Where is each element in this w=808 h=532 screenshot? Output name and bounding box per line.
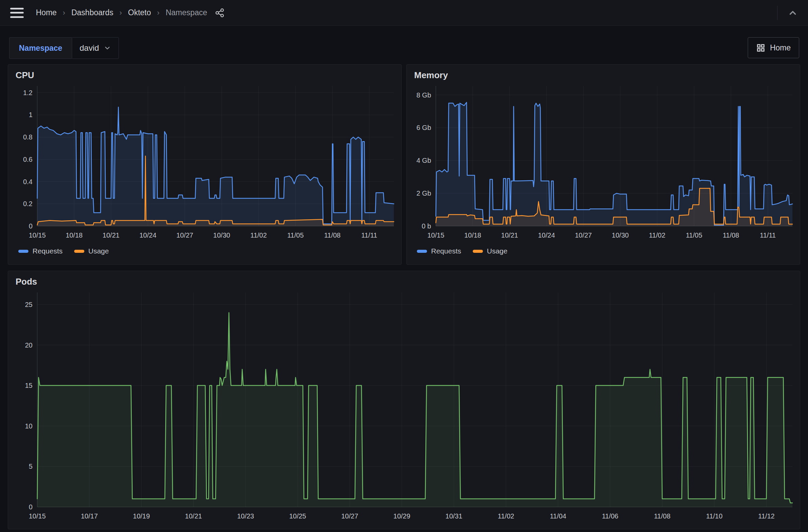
svg-text:15: 15 [25,382,33,389]
svg-text:0.6: 0.6 [23,156,33,163]
grid-icon [756,43,765,53]
svg-text:10/21: 10/21 [501,231,518,239]
top-navigation-bar: Home › Dashboards › Okteto › Namespace [0,0,808,26]
legend-item-usage[interactable]: Usage [74,247,109,255]
breadcrumb-dashboards[interactable]: Dashboards [71,8,113,17]
svg-text:8 Gb: 8 Gb [417,91,431,99]
svg-text:11/11: 11/11 [361,231,377,239]
cpu-legend: Requests Usage [8,246,401,255]
svg-text:4 Gb: 4 Gb [417,157,431,164]
pods-panel-title[interactable]: Pods [8,271,800,288]
svg-text:11/10: 11/10 [706,512,723,520]
svg-text:11/02: 11/02 [498,512,514,520]
memory-legend: Requests Usage [407,246,800,255]
svg-text:11/08: 11/08 [654,512,671,520]
svg-text:10/15: 10/15 [29,231,46,239]
hamburger-menu-icon[interactable] [10,8,24,18]
chevron-down-icon [104,44,111,52]
namespace-variable-label: Namespace [9,37,72,59]
breadcrumb-separator: › [120,8,122,17]
legend-label-requests: Requests [33,247,63,255]
pods-chart[interactable]: 10/1510/1710/1910/2110/2310/2510/2710/29… [12,288,797,527]
home-button-label: Home [770,43,791,53]
svg-text:10/19: 10/19 [133,512,150,520]
svg-text:11/08: 11/08 [723,231,739,239]
legend-item-requests[interactable]: Requests [417,247,461,255]
svg-text:10/15: 10/15 [29,512,46,520]
memory-chart[interactable]: 10/1510/1810/2110/2410/2710/3011/0211/05… [410,81,797,246]
svg-text:11/06: 11/06 [602,512,618,520]
svg-text:20: 20 [25,341,33,349]
svg-text:10/27: 10/27 [341,512,358,520]
svg-text:10/27: 10/27 [177,231,194,239]
svg-text:10/25: 10/25 [289,512,306,520]
svg-text:0: 0 [29,503,33,511]
svg-text:11/05: 11/05 [287,231,304,239]
legend-swatch-usage [74,250,84,253]
svg-text:6 Gb: 6 Gb [417,124,431,131]
memory-panel-title[interactable]: Memory [407,65,800,81]
cpu-panel: CPU 10/1510/1810/2110/2410/2710/3011/021… [8,64,402,265]
svg-text:10/27: 10/27 [575,231,592,239]
svg-text:11/02: 11/02 [649,231,665,239]
svg-text:0: 0 [29,222,33,230]
svg-text:0.4: 0.4 [23,178,33,186]
dashboard-controls-row: Namespace david Home [0,26,808,64]
svg-text:11/08: 11/08 [324,231,341,239]
breadcrumb-separator: › [157,8,160,17]
breadcrumb-namespace-current: Namespace [166,8,207,17]
legend-swatch-requests [417,250,427,253]
svg-text:10/18: 10/18 [66,231,82,239]
memory-panel: Memory 10/1510/1810/2110/2410/2710/3011/… [406,64,800,265]
cpu-panel-title[interactable]: CPU [8,65,401,81]
chevron-up-icon[interactable] [788,8,798,18]
legend-item-usage[interactable]: Usage [473,247,508,255]
breadcrumb-home[interactable]: Home [36,8,57,17]
legend-label-usage: Usage [487,247,508,255]
svg-text:11/11: 11/11 [760,231,776,239]
svg-text:0.2: 0.2 [23,200,33,207]
svg-text:0 b: 0 b [422,222,431,230]
legend-label-requests: Requests [431,247,461,255]
svg-text:10/23: 10/23 [237,512,254,520]
svg-text:1.2: 1.2 [23,89,33,96]
svg-text:10/24: 10/24 [538,231,555,239]
share-icon[interactable] [215,8,225,18]
legend-label-usage: Usage [88,247,109,255]
topbar-divider [777,6,777,20]
topbar-right-controls [777,6,798,20]
svg-text:10/18: 10/18 [464,231,481,239]
home-button[interactable]: Home [748,37,799,58]
svg-text:10/31: 10/31 [445,512,462,520]
legend-swatch-usage [473,250,483,253]
breadcrumb-separator: › [63,8,65,17]
svg-text:11/04: 11/04 [550,512,567,520]
svg-text:2 Gb: 2 Gb [417,190,431,197]
svg-text:10/29: 10/29 [393,512,410,520]
svg-text:25: 25 [25,301,33,308]
svg-text:10/24: 10/24 [140,231,157,239]
namespace-variable-value: david [79,43,99,53]
svg-text:11/02: 11/02 [250,231,267,239]
svg-text:10/21: 10/21 [185,512,202,520]
pods-panel: Pods 10/1510/1710/1910/2110/2310/2510/27… [8,271,800,529]
legend-item-requests[interactable]: Requests [18,247,63,255]
svg-text:10/21: 10/21 [103,231,120,239]
breadcrumb-okteto[interactable]: Okteto [128,8,151,17]
svg-text:5: 5 [29,463,33,470]
svg-text:10: 10 [25,422,33,430]
svg-text:10/17: 10/17 [81,512,98,520]
breadcrumb: Home › Dashboards › Okteto › Namespace [36,8,207,17]
svg-text:10/30: 10/30 [213,231,230,239]
legend-swatch-requests [18,250,29,253]
svg-text:10/15: 10/15 [427,231,444,239]
svg-text:1: 1 [29,111,33,118]
svg-text:10/30: 10/30 [612,231,629,239]
svg-text:11/05: 11/05 [686,231,702,239]
namespace-variable-select[interactable]: david [72,37,119,59]
svg-text:0.8: 0.8 [23,133,33,141]
svg-text:11/12: 11/12 [758,512,775,520]
cpu-chart[interactable]: 10/1510/1810/2110/2410/2710/3011/0211/05… [12,81,399,246]
